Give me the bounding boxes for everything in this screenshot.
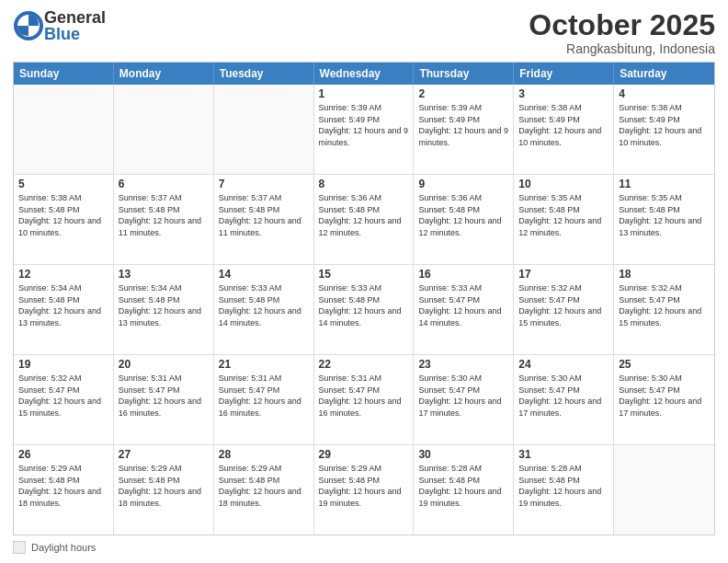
cal-row: 12Sunrise: 5:34 AM Sunset: 5:48 PM Dayli… [14,264,714,354]
day-number: 23 [418,358,508,371]
cal-cell-day-27: 27Sunrise: 5:29 AM Sunset: 5:48 PM Dayli… [114,445,214,534]
day-info: Sunrise: 5:39 AM Sunset: 5:49 PM Dayligh… [418,102,508,148]
cal-cell-day-15: 15Sunrise: 5:33 AM Sunset: 5:48 PM Dayli… [314,265,415,354]
cal-cell-day-2: 2Sunrise: 5:39 AM Sunset: 5:49 PM Daylig… [414,85,514,174]
day-info: Sunrise: 5:29 AM Sunset: 5:48 PM Dayligh… [219,463,309,509]
day-info: Sunrise: 5:39 AM Sunset: 5:49 PM Dayligh… [319,102,409,148]
day-info: Sunrise: 5:32 AM Sunset: 5:47 PM Dayligh… [518,282,609,328]
day-info: Sunrise: 5:31 AM Sunset: 5:47 PM Dayligh… [119,373,209,419]
cal-cell-empty [614,445,714,534]
footer-label: Daylight hours [31,542,96,553]
day-info: Sunrise: 5:31 AM Sunset: 5:47 PM Dayligh… [219,373,309,419]
day-info: Sunrise: 5:32 AM Sunset: 5:47 PM Dayligh… [18,373,108,419]
footer: Daylight hours [13,541,715,554]
cal-cell-day-11: 11Sunrise: 5:35 AM Sunset: 5:48 PM Dayli… [614,175,714,264]
cal-header-friday: Friday [514,63,614,85]
day-number: 1 [319,87,409,100]
day-info: Sunrise: 5:29 AM Sunset: 5:48 PM Dayligh… [319,463,409,509]
cal-cell-day-20: 20Sunrise: 5:31 AM Sunset: 5:47 PM Dayli… [114,355,214,444]
day-number: 15 [319,268,409,281]
cal-cell-day-25: 25Sunrise: 5:30 AM Sunset: 5:47 PM Dayli… [614,355,714,444]
day-number: 8 [319,178,409,190]
day-info: Sunrise: 5:36 AM Sunset: 5:48 PM Dayligh… [418,192,508,238]
day-info: Sunrise: 5:34 AM Sunset: 5:48 PM Dayligh… [119,282,209,328]
logo-area: General Blue [13,9,106,42]
day-info: Sunrise: 5:29 AM Sunset: 5:48 PM Dayligh… [119,463,209,509]
cal-cell-day-23: 23Sunrise: 5:30 AM Sunset: 5:47 PM Dayli… [414,355,514,444]
logo-general-text: General [44,9,106,26]
day-info: Sunrise: 5:33 AM Sunset: 5:48 PM Dayligh… [319,282,409,328]
cal-cell-day-13: 13Sunrise: 5:34 AM Sunset: 5:48 PM Dayli… [114,265,214,354]
day-number: 13 [119,268,209,281]
day-number: 30 [418,448,508,461]
month-title: October 2025 [529,9,715,41]
day-info: Sunrise: 5:37 AM Sunset: 5:48 PM Dayligh… [219,192,309,238]
day-number: 10 [518,178,609,190]
day-number: 24 [518,358,609,371]
day-number: 17 [518,268,609,281]
cal-row: 1Sunrise: 5:39 AM Sunset: 5:49 PM Daylig… [14,85,714,174]
cal-header-tuesday: Tuesday [214,63,314,85]
day-number: 28 [219,448,309,461]
day-number: 21 [219,358,309,371]
cal-cell-empty [114,85,214,174]
cal-cell-day-4: 4Sunrise: 5:38 AM Sunset: 5:49 PM Daylig… [614,85,714,174]
day-number: 26 [18,448,108,461]
day-info: Sunrise: 5:34 AM Sunset: 5:48 PM Dayligh… [18,282,108,328]
day-info: Sunrise: 5:37 AM Sunset: 5:48 PM Dayligh… [119,192,209,238]
cal-cell-day-5: 5Sunrise: 5:38 AM Sunset: 5:48 PM Daylig… [14,175,114,264]
day-number: 14 [219,268,309,281]
day-info: Sunrise: 5:28 AM Sunset: 5:48 PM Dayligh… [418,463,508,509]
day-number: 4 [619,87,710,100]
day-number: 16 [418,268,508,281]
day-info: Sunrise: 5:38 AM Sunset: 5:49 PM Dayligh… [619,102,710,148]
page: General Blue October 2025 Rangkasbitung,… [0,0,728,563]
day-info: Sunrise: 5:29 AM Sunset: 5:48 PM Dayligh… [18,463,108,509]
cal-cell-day-14: 14Sunrise: 5:33 AM Sunset: 5:48 PM Dayli… [214,265,314,354]
calendar: SundayMondayTuesdayWednesdayThursdayFrid… [13,62,715,535]
day-number: 31 [518,448,609,461]
day-number: 27 [119,448,209,461]
cal-cell-day-10: 10Sunrise: 5:35 AM Sunset: 5:48 PM Dayli… [514,175,614,264]
cal-row: 5Sunrise: 5:38 AM Sunset: 5:48 PM Daylig… [14,174,714,264]
day-info: Sunrise: 5:30 AM Sunset: 5:47 PM Dayligh… [619,373,710,419]
day-number: 25 [619,358,710,371]
day-info: Sunrise: 5:30 AM Sunset: 5:47 PM Dayligh… [518,373,609,419]
day-number: 29 [319,448,409,461]
title-area: October 2025 Rangkasbitung, Indonesia [529,9,715,56]
cal-cell-day-30: 30Sunrise: 5:28 AM Sunset: 5:48 PM Dayli… [414,445,514,534]
location-subtitle: Rangkasbitung, Indonesia [529,41,715,56]
cal-cell-day-8: 8Sunrise: 5:36 AM Sunset: 5:48 PM Daylig… [314,175,415,264]
cal-cell-day-19: 19Sunrise: 5:32 AM Sunset: 5:47 PM Dayli… [14,355,114,444]
cal-header-thursday: Thursday [414,63,514,85]
day-info: Sunrise: 5:30 AM Sunset: 5:47 PM Dayligh… [418,373,508,419]
day-info: Sunrise: 5:36 AM Sunset: 5:48 PM Dayligh… [319,192,409,238]
cal-row: 26Sunrise: 5:29 AM Sunset: 5:48 PM Dayli… [14,444,714,534]
day-number: 11 [619,178,710,190]
day-info: Sunrise: 5:38 AM Sunset: 5:49 PM Dayligh… [518,102,609,148]
day-number: 6 [119,178,209,190]
cal-cell-day-6: 6Sunrise: 5:37 AM Sunset: 5:48 PM Daylig… [114,175,214,264]
cal-cell-day-16: 16Sunrise: 5:33 AM Sunset: 5:47 PM Dayli… [414,265,514,354]
logo-blue-text: Blue [44,26,106,42]
cal-cell-day-3: 3Sunrise: 5:38 AM Sunset: 5:49 PM Daylig… [514,85,614,174]
day-info: Sunrise: 5:28 AM Sunset: 5:48 PM Dayligh… [518,463,609,509]
day-number: 9 [418,178,508,190]
cal-cell-day-26: 26Sunrise: 5:29 AM Sunset: 5:48 PM Dayli… [14,445,114,534]
cal-cell-day-28: 28Sunrise: 5:29 AM Sunset: 5:48 PM Dayli… [214,445,314,534]
day-number: 19 [18,358,108,371]
cal-cell-day-17: 17Sunrise: 5:32 AM Sunset: 5:47 PM Dayli… [514,265,614,354]
cal-cell-empty [214,85,314,174]
day-number: 2 [418,87,508,100]
cal-cell-day-9: 9Sunrise: 5:36 AM Sunset: 5:48 PM Daylig… [414,175,514,264]
day-number: 7 [219,178,309,190]
day-info: Sunrise: 5:31 AM Sunset: 5:47 PM Dayligh… [319,373,409,419]
day-info: Sunrise: 5:35 AM Sunset: 5:48 PM Dayligh… [518,192,609,238]
day-number: 5 [18,178,108,190]
cal-header-sunday: Sunday [14,63,114,85]
calendar-body: 1Sunrise: 5:39 AM Sunset: 5:49 PM Daylig… [14,85,714,534]
cal-row: 19Sunrise: 5:32 AM Sunset: 5:47 PM Dayli… [14,354,714,444]
cal-cell-day-21: 21Sunrise: 5:31 AM Sunset: 5:47 PM Dayli… [214,355,314,444]
cal-cell-day-22: 22Sunrise: 5:31 AM Sunset: 5:47 PM Dayli… [314,355,415,444]
day-info: Sunrise: 5:38 AM Sunset: 5:48 PM Dayligh… [18,192,108,238]
